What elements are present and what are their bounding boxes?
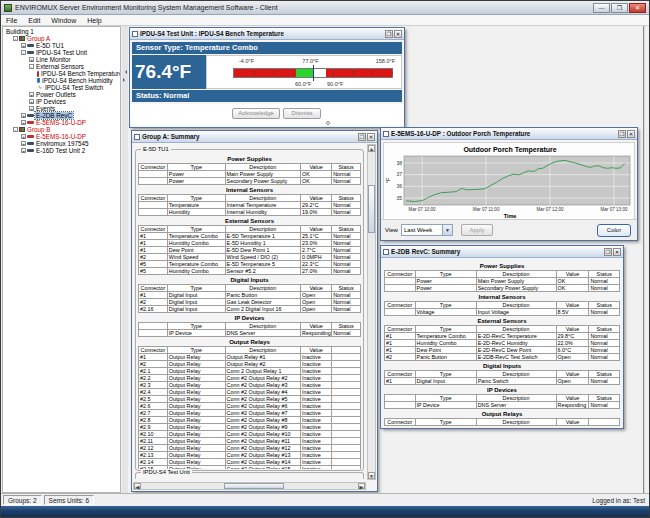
column-header: Value xyxy=(301,164,332,171)
column-header: Value xyxy=(301,226,332,233)
tree-item[interactable]: +E-16D Test Unit 2 xyxy=(3,147,120,154)
table-cell: #2.4 xyxy=(139,389,168,396)
tree-item[interactable]: ∿IPDU-S4 Test Switch xyxy=(3,84,120,91)
menu-file[interactable]: File xyxy=(6,17,17,24)
table-row: #1Output RelayOutput Relay #1Inactive xyxy=(139,354,361,361)
table-row: #2Wind SpeedWind Speed / DIO (2)0.0MPHNo… xyxy=(139,254,361,261)
table-cell: #5 xyxy=(139,261,168,268)
e2db-window-title: E-2DB RevC: Summary xyxy=(391,248,460,255)
table-cell xyxy=(332,438,361,445)
table-row: PowerMain Power SupplyOKNormal xyxy=(385,278,620,285)
close-button[interactable]: ✕ xyxy=(629,3,646,13)
tree-collapse-icon[interactable]: - xyxy=(21,50,26,55)
table-cell: Inactive xyxy=(301,375,332,382)
maximize-button[interactable]: ❐ xyxy=(611,3,628,13)
gauge-tick xyxy=(392,71,393,75)
color-button[interactable]: Color xyxy=(597,224,631,237)
apply-button[interactable]: Apply xyxy=(461,224,493,236)
window-icon xyxy=(132,31,138,37)
table-cell: Conn #2 Output Relay #3 xyxy=(225,382,300,389)
splitter-expand-icon[interactable] xyxy=(123,78,127,82)
table-cell xyxy=(332,466,361,470)
menu-edit[interactable]: Edit xyxy=(28,17,40,24)
frame-maximize-icon[interactable]: ❐ xyxy=(358,133,366,141)
scroll-up-icon[interactable]: ▲ xyxy=(368,145,375,152)
frame-close-icon[interactable]: ✕ xyxy=(367,133,375,141)
e2db-window-titlebar[interactable]: E-2DB RevC: Summary ❐ ✕ xyxy=(381,246,623,258)
table-cell: 29.2°C xyxy=(301,202,332,209)
tree-item[interactable]: IPDU-S4 Bench Humidity xyxy=(3,77,120,84)
frame-close-icon[interactable]: ✕ xyxy=(613,248,621,256)
tree-item[interactable]: +E-5EMS-16-U-DP xyxy=(3,119,120,126)
table-cell: Inactive xyxy=(301,424,332,431)
column-header: Description xyxy=(476,326,556,333)
tree-item[interactable]: Building 1 xyxy=(3,28,120,35)
horizontal-scroll-thumb[interactable] xyxy=(224,483,284,489)
minimize-button[interactable]: — xyxy=(593,3,610,13)
tree-collapse-icon[interactable]: - xyxy=(13,127,18,132)
tree-item[interactable]: -Group A xyxy=(3,35,120,42)
frame-maximize-icon[interactable]: ❐ xyxy=(604,248,612,256)
column-header: Description xyxy=(476,371,556,378)
menu-help[interactable]: Help xyxy=(87,17,101,24)
tree-item[interactable]: IPDU-S4 Bench Temperature xyxy=(3,70,120,77)
tree-item[interactable]: -IPDU-S4 Test Unit xyxy=(3,49,120,56)
tree-item-label: E-5EMS-16-U-DP xyxy=(35,119,87,126)
tree-collapse-icon[interactable]: - xyxy=(13,36,18,41)
tree-expand-icon[interactable]: + xyxy=(29,99,34,104)
frame-maximize-icon[interactable]: ❐ xyxy=(618,130,626,138)
splitter-collapse-icon[interactable] xyxy=(123,70,127,74)
tree-item[interactable]: +E-5D TU1 xyxy=(3,42,120,49)
tree-item[interactable]: +Events xyxy=(3,105,120,112)
tree-expand-icon[interactable]: + xyxy=(29,106,34,111)
vertical-scrollbar[interactable]: ▲ ▼ xyxy=(367,144,376,480)
column-header: Connector xyxy=(385,302,416,309)
horizontal-scrollbar[interactable]: ◀ ▶ xyxy=(133,482,366,490)
tree-item[interactable]: +E-5EMS-16-U-DP xyxy=(3,133,120,140)
scroll-down-icon[interactable]: ▼ xyxy=(368,472,375,479)
frame-maximize-icon[interactable]: ❐ xyxy=(385,30,393,38)
view-range-select[interactable]: Last Week ▼ xyxy=(401,224,453,236)
tree-expand-icon[interactable]: + xyxy=(21,148,26,153)
vertical-scroll-thumb[interactable] xyxy=(368,185,375,233)
tree-item[interactable]: +Line Monitor xyxy=(3,56,120,63)
tree-item[interactable]: +E-2DB RevC xyxy=(3,112,120,119)
scroll-left-icon[interactable]: ◀ xyxy=(134,483,141,489)
frame-close-icon[interactable]: ✕ xyxy=(394,30,402,38)
status-logged-in: Logged in as: Test xyxy=(592,497,649,504)
dismiss-button[interactable]: Dismiss xyxy=(283,108,321,119)
tree-expand-icon[interactable]: + xyxy=(21,113,26,118)
chart-window-title: E-5EMS-16-U-DP : Outdoor Porch Temperatu… xyxy=(391,130,530,137)
column-header: Description xyxy=(225,164,300,171)
tree-item[interactable]: +Power Outlets xyxy=(3,91,120,98)
table-cell: Inactive xyxy=(301,417,332,424)
menu-window[interactable]: Window xyxy=(51,17,76,24)
acknowledge-radio[interactable] xyxy=(326,121,330,125)
column-header: Description xyxy=(225,226,300,233)
tree-item[interactable]: +IP Devices xyxy=(3,98,120,105)
tree-expand-icon[interactable]: + xyxy=(21,43,26,48)
table-cell: Conn #2 Output Relay #10 xyxy=(225,431,300,438)
table-cell: 23.0% xyxy=(301,240,332,247)
table-row: #1Temperature ComboE-5D Temperature 125.… xyxy=(139,233,361,240)
chart-window-titlebar[interactable]: E-5EMS-16-U-DP : Outdoor Porch Temperatu… xyxy=(381,128,637,140)
tree-expand-icon[interactable]: + xyxy=(29,92,34,97)
tree-expand-icon[interactable]: + xyxy=(21,141,26,146)
tree-expand-icon[interactable]: + xyxy=(29,57,34,62)
tree-item[interactable]: -Group B xyxy=(3,126,120,133)
sensor-window-titlebar[interactable]: IPDU-S4 Test Unit : IPDU-S4 Bench Temper… xyxy=(130,28,404,40)
tree-item[interactable]: -External Sensors xyxy=(3,63,120,70)
table-cell: #1 xyxy=(139,292,168,299)
tree-expand-icon[interactable]: + xyxy=(21,120,26,125)
tree-expand-icon[interactable]: + xyxy=(21,134,26,139)
sensor-status-bar: Status: Normal xyxy=(132,90,402,102)
groupa-window-titlebar[interactable]: Group A: Summary ❐ ✕ xyxy=(132,131,377,143)
scroll-right-icon[interactable]: ▶ xyxy=(358,483,365,489)
windows-taskbar[interactable] xyxy=(1,506,649,517)
tree-item[interactable]: +Enviromux 197545 xyxy=(3,140,120,147)
acknowledge-button[interactable]: Acknowledge xyxy=(232,108,280,119)
tree-collapse-icon[interactable]: - xyxy=(29,64,34,69)
chevron-down-icon[interactable]: ▼ xyxy=(442,225,452,235)
table-cell xyxy=(139,178,168,185)
frame-close-icon[interactable]: ✕ xyxy=(627,130,635,138)
